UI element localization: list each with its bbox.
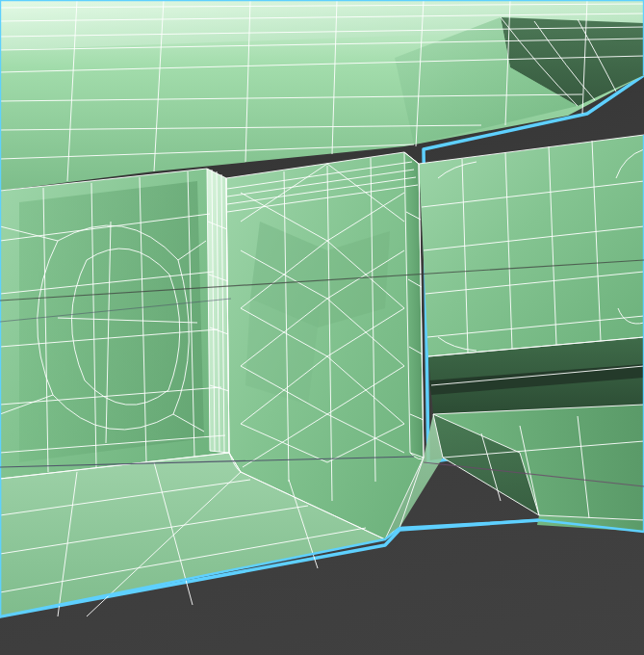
viewport-3d[interactable] bbox=[0, 0, 644, 655]
mesh-render bbox=[0, 0, 644, 655]
mesh-faces bbox=[0, 0, 644, 616]
